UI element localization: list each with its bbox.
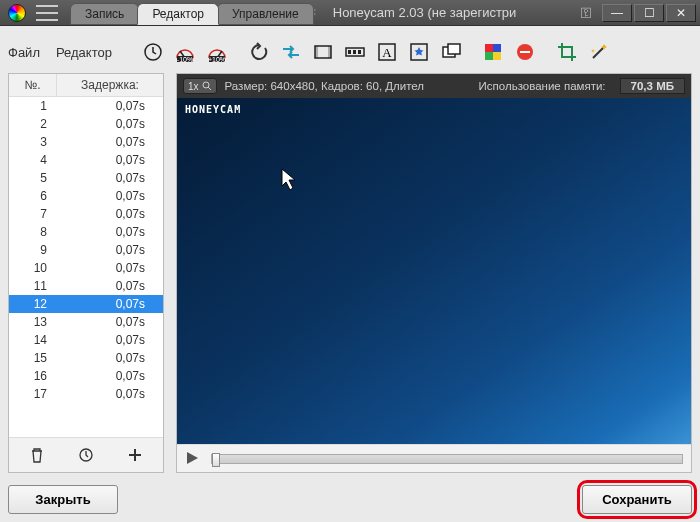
frame-row[interactable]: 110,07s xyxy=(9,277,163,295)
seek-thumb[interactable] xyxy=(212,453,220,467)
main-tabs: Запись Редактор Управление ✕ xyxy=(70,0,325,25)
col-delay: Задержка: xyxy=(57,74,163,96)
frame-row[interactable]: 100,07s xyxy=(9,259,163,277)
menu-editor[interactable]: Редактор xyxy=(56,45,112,60)
clock-tool-icon[interactable] xyxy=(140,39,166,65)
playback-controls xyxy=(177,444,691,472)
toolbar: Файл Редактор -10% +10% A xyxy=(8,31,692,73)
window-controls: — ☐ ✕ xyxy=(600,4,696,22)
frame-row[interactable]: 170,07s xyxy=(9,385,163,403)
memory-label: Использование памяти: xyxy=(479,80,606,92)
memory-value: 70,3 МБ xyxy=(620,78,685,94)
frame-tools xyxy=(9,437,163,472)
content: Файл Редактор -10% +10% A №. Задержка: xyxy=(0,26,700,522)
frame-row[interactable]: 140,07s xyxy=(9,331,163,349)
watermark: HONEYCAM xyxy=(185,104,241,115)
key-icon[interactable]: ⚿ xyxy=(580,6,596,20)
svg-rect-7 xyxy=(328,46,331,58)
speed-down-icon[interactable]: -10% xyxy=(172,39,198,65)
svg-text:A: A xyxy=(382,45,392,60)
svg-rect-17 xyxy=(485,44,493,52)
frame-row[interactable]: 20,07s xyxy=(9,115,163,133)
svg-rect-9 xyxy=(348,50,351,54)
menu-file[interactable]: Файл xyxy=(8,45,40,60)
work-area: №. Задержка: 10,07s20,07s30,07s40,07s50,… xyxy=(8,73,692,473)
svg-rect-16 xyxy=(448,44,460,54)
trash-icon[interactable] xyxy=(25,443,49,467)
titlebar: Запись Редактор Управление ✕ Honeycam 2.… xyxy=(0,0,700,26)
frame-info: Размер: 640x480, Кадров: 60, Длител xyxy=(225,80,425,92)
svg-text:+10%: +10% xyxy=(208,56,226,62)
star-overlay-icon[interactable] xyxy=(406,39,432,65)
bottom-bar: Закрыть Сохранить xyxy=(8,485,692,514)
frame-row[interactable]: 120,07s xyxy=(9,295,163,313)
svg-text:-10%: -10% xyxy=(177,56,193,62)
play-button[interactable] xyxy=(185,451,201,467)
svg-rect-6 xyxy=(315,46,318,58)
block-icon[interactable] xyxy=(512,39,538,65)
frame-row[interactable]: 50,07s xyxy=(9,169,163,187)
delay-icon[interactable] xyxy=(74,443,98,467)
transitions-icon[interactable] xyxy=(278,39,304,65)
frame-row[interactable]: 150,07s xyxy=(9,349,163,367)
frame-row[interactable]: 130,07s xyxy=(9,313,163,331)
text-icon[interactable]: A xyxy=(374,39,400,65)
crop-icon[interactable] xyxy=(554,39,580,65)
add-frame-icon[interactable] xyxy=(123,443,147,467)
svg-rect-18 xyxy=(493,44,501,52)
frame-list[interactable]: 10,07s20,07s30,07s40,07s50,07s60,07s70,0… xyxy=(9,97,163,437)
color-swatch-icon[interactable] xyxy=(480,39,506,65)
svg-rect-20 xyxy=(493,52,501,60)
tab-record[interactable]: Запись xyxy=(70,3,139,25)
frame-row[interactable]: 70,07s xyxy=(9,205,163,223)
close-button[interactable]: Закрыть xyxy=(8,485,118,514)
cursor-icon xyxy=(281,168,299,192)
save-button[interactable]: Сохранить xyxy=(582,485,692,514)
magic-wand-icon[interactable] xyxy=(586,39,612,65)
track-icon[interactable] xyxy=(342,39,368,65)
app-logo-icon xyxy=(8,4,26,22)
window-title: Honeycam 2.03 (не зарегистри xyxy=(333,5,580,20)
frame-row[interactable]: 160,07s xyxy=(9,367,163,385)
minimize-button[interactable]: — xyxy=(602,4,632,22)
tool-group: -10% +10% A xyxy=(140,39,612,65)
svg-rect-10 xyxy=(353,50,356,54)
frame-row[interactable]: 90,07s xyxy=(9,241,163,259)
frame-list-panel: №. Задержка: 10,07s20,07s30,07s40,07s50,… xyxy=(8,73,164,473)
tab-editor[interactable]: Редактор xyxy=(137,3,219,25)
windows-icon[interactable] xyxy=(438,39,464,65)
frame-row[interactable]: 80,07s xyxy=(9,223,163,241)
menu-icon[interactable] xyxy=(36,5,58,21)
seek-bar[interactable] xyxy=(211,454,683,464)
close-window-button[interactable]: ✕ xyxy=(666,4,696,22)
film-icon[interactable] xyxy=(310,39,336,65)
maximize-button[interactable]: ☐ xyxy=(634,4,664,22)
preview-panel: 1x Размер: 640x480, Кадров: 60, Длител И… xyxy=(176,73,692,473)
frame-row[interactable]: 30,07s xyxy=(9,133,163,151)
rotate-icon[interactable] xyxy=(246,39,272,65)
svg-rect-22 xyxy=(520,51,530,53)
svg-rect-19 xyxy=(485,52,493,60)
speed-up-icon[interactable]: +10% xyxy=(204,39,230,65)
preview-canvas[interactable]: HONEYCAM xyxy=(177,98,691,444)
tab-manage[interactable]: Управление xyxy=(217,3,314,25)
zoom-button[interactable]: 1x xyxy=(183,78,217,94)
frame-row[interactable]: 60,07s xyxy=(9,187,163,205)
info-bar: 1x Размер: 640x480, Кадров: 60, Длител И… xyxy=(177,74,691,98)
frame-row[interactable]: 10,07s xyxy=(9,97,163,115)
svg-rect-11 xyxy=(358,50,361,54)
menubar: Файл Редактор xyxy=(8,45,112,60)
col-number: №. xyxy=(9,74,57,96)
frame-list-header: №. Задержка: xyxy=(9,74,163,97)
frame-row[interactable]: 40,07s xyxy=(9,151,163,169)
